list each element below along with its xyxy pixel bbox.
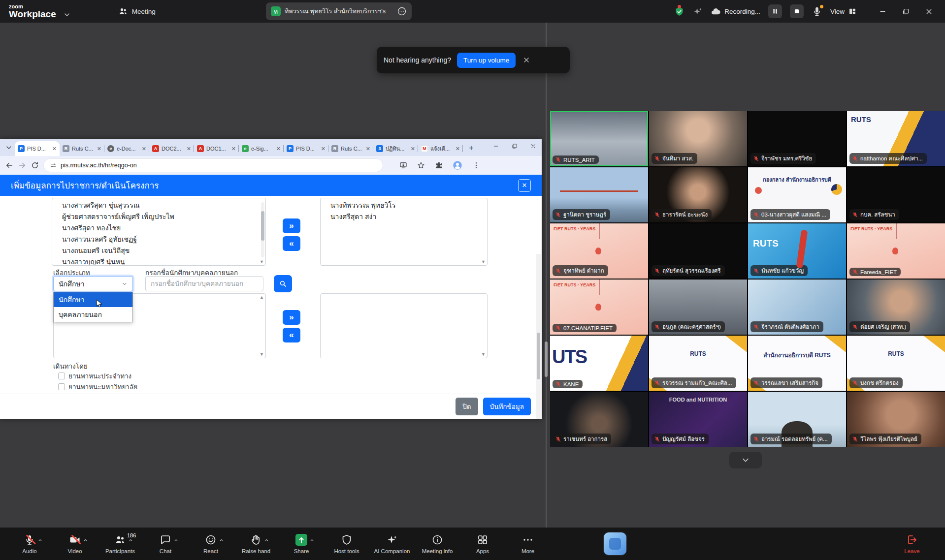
browser-tab[interactable]: DOC1... ✕ (194, 141, 239, 156)
list-item[interactable]: นางทิพวรรณ พุทธวิโร (321, 200, 487, 211)
video-tile[interactable]: กบค. สรัลชนา (847, 167, 945, 222)
video-tile[interactable]: อารมณ์ รอดลอยทรัพย์ (ค... (748, 392, 846, 447)
install-icon[interactable] (399, 161, 408, 170)
video-tile[interactable]: ธารารัตน์ อะฆะนัง (649, 167, 747, 222)
video-tile[interactable]: ฐานิตดา ชูราษฎร์ (550, 167, 648, 222)
modal-close-button[interactable]: ✕ (518, 179, 531, 192)
student-selected-listbox[interactable]: ▼ (320, 293, 488, 358)
bookmark-star-icon[interactable] (417, 161, 425, 170)
caret-up-icon[interactable] (264, 537, 269, 543)
toolbar-item[interactable]: AI Companion (369, 529, 415, 559)
divider-handle[interactable] (545, 342, 548, 377)
video-tile[interactable]: RUTS นันทชัย แก้วขวัญ (748, 223, 846, 279)
list-item[interactable]: นางถนอมศรี เจนวิถีสุข (52, 245, 265, 256)
toolbar-item[interactable]: Apps (460, 529, 505, 559)
browser-close-button[interactable] (530, 143, 537, 150)
dropdown-option[interactable]: นักศึกษา (54, 292, 132, 307)
video-tile[interactable]: สำนักงานอธิการบดี RUTS วรรณเลขา เสริมสาร… (748, 336, 846, 391)
video-tile[interactable]: UTS KANE (550, 336, 648, 391)
turn-up-volume-button[interactable]: Turn up volume (457, 53, 516, 68)
list-item[interactable]: ผู้ช่วยศาสตราจารย์เพ็ญศรี เพ็ญประไพ (52, 211, 265, 222)
browser-tab[interactable]: ปฏิทิน... ✕ (373, 141, 418, 156)
tab-close-icon[interactable]: ✕ (52, 146, 57, 152)
toolbar-item[interactable]: More (505, 529, 551, 559)
video-tile[interactable]: วิไลพร ฟุ้งเกียรติไพบูลย์ (847, 392, 945, 447)
browser-tab[interactable]: Ruts C... ✕ (60, 141, 104, 156)
list-item[interactable]: นางศรีสุดา ทองไชย (52, 222, 265, 234)
video-tile[interactable]: จิราพัชร มทร.ศรีวิชัย (748, 111, 846, 166)
close-window-button[interactable] (925, 7, 933, 16)
search-name-input[interactable] (145, 276, 263, 291)
tab-meeting[interactable]: Meeting (118, 6, 156, 16)
video-tile[interactable]: FIET RUTS · YEARS จุฑาทิพย์ ดำมาก (550, 223, 648, 279)
browser-maximize-button[interactable] (511, 143, 518, 150)
list-item[interactable]: นางสาวศรีสุดา ชุ่นสุวรรณ (52, 200, 265, 211)
caret-up-icon[interactable] (128, 537, 133, 543)
caret-up-icon[interactable] (309, 537, 315, 543)
video-tile[interactable]: ราเชนทร์ อาการส (550, 392, 648, 447)
tab-close-icon[interactable]: ✕ (142, 146, 146, 152)
tab-search-icon[interactable] (5, 144, 13, 152)
tab-close-icon[interactable]: ✕ (411, 146, 415, 152)
scroll-down-icon[interactable]: ▼ (481, 259, 486, 264)
browser-tab[interactable]: e-Doc... ✕ (104, 141, 149, 156)
page-scrollbar[interactable] (536, 254, 541, 419)
leave-button[interactable]: Leave (894, 529, 930, 559)
browser-menu-icon[interactable] (472, 161, 481, 170)
video-tile[interactable]: อนุกูล (คณะครุศาสตร์ฯ) (649, 280, 747, 335)
list-item[interactable]: นางศรีสุดา สง่า (321, 211, 487, 222)
site-info-icon[interactable] (50, 162, 57, 169)
video-tile[interactable]: FIET RUTS · YEARS 07.CHANATIP.FIET (550, 280, 648, 335)
video-tile[interactable]: FIET RUTS · YEARS Fareeda_FIET (847, 223, 945, 279)
travel-checkbox[interactable] (58, 383, 65, 390)
type-select[interactable]: นักศึกษา (53, 276, 133, 291)
video-tile[interactable]: ต่อยศ เจริญ (สวท.) (847, 280, 945, 335)
caret-up-icon[interactable] (173, 537, 179, 543)
caret-up-icon[interactable] (219, 537, 224, 543)
profile-avatar[interactable] (452, 160, 463, 171)
move-right-button[interactable]: » (283, 218, 300, 233)
tab-close-icon[interactable]: ✕ (456, 146, 460, 152)
move-right-button[interactable]: » (283, 310, 300, 325)
ai-sparkle-icon[interactable] (692, 6, 703, 17)
browser-minimize-button[interactable] (492, 143, 499, 150)
scroll-down-icon[interactable]: ▼ (260, 259, 264, 264)
browser-tab[interactable]: PIS D... ✕ (284, 141, 328, 156)
video-tile[interactable]: กองกลาง สำนักงานอธิการบดี 03-นางสาวผุสดี… (748, 167, 846, 222)
search-button[interactable] (274, 275, 292, 292)
caret-up-icon[interactable] (37, 537, 43, 543)
browser-tab[interactable]: PIS D... ✕ (15, 141, 60, 156)
maximize-button[interactable] (902, 7, 910, 16)
browser-tab[interactable]: แจ้งเตื... ✕ (418, 141, 463, 156)
scroll-down-icon[interactable]: ▼ (481, 352, 486, 357)
minimize-button[interactable] (879, 7, 887, 16)
toolbar-item[interactable]: Video (52, 529, 98, 559)
view-button[interactable]: View (830, 7, 857, 16)
video-tile[interactable]: จิราภรณ์ ตันติพงศ์อาภา (748, 280, 846, 335)
toolbar-item[interactable]: Chat (143, 529, 188, 559)
toolbar-item[interactable]: Meeting info (415, 529, 460, 559)
move-left-button[interactable]: « (283, 328, 300, 342)
back-button[interactable] (5, 161, 14, 170)
list-item[interactable]: นางสาวนวลศรี อุทัยเชฏฐ์ (52, 234, 265, 245)
video-tile[interactable]: จันทิมา สวส. (649, 111, 747, 166)
tab-close-icon[interactable]: ✕ (366, 146, 370, 152)
save-data-button[interactable]: บันทึกข้อมูล (483, 398, 531, 415)
toolbar-item[interactable]: Audio (7, 529, 52, 559)
tab-close-icon[interactable]: ✕ (321, 146, 326, 152)
caret-up-icon[interactable] (83, 537, 88, 543)
browser-tab[interactable]: DOC2... ✕ (149, 141, 194, 156)
video-tile[interactable]: ฤทัยรัตน์ สุวรรณเรืองศรี (649, 223, 747, 279)
dropdown-option[interactable]: บุคคลภายนอก (54, 307, 132, 322)
tab-close-icon[interactable]: ✕ (97, 146, 101, 152)
forward-button[interactable] (18, 161, 27, 170)
scroll-up-icon[interactable]: ▲ (260, 295, 264, 300)
address-bar[interactable]: pis.rmutsv.ac.th/hr/reqgo-on (43, 158, 383, 172)
scroll-down-icon[interactable]: ▼ (260, 352, 264, 357)
stop-recording-button[interactable] (790, 4, 804, 18)
available-names-listbox[interactable]: นางสาวศรีสุดา ชุ่นสุวรรณ ผู้ช่วยศาสตราจา… (52, 198, 266, 266)
toolbar-item[interactable]: 186 Participants (98, 529, 143, 559)
tab-close-icon[interactable]: ✕ (276, 146, 281, 152)
session-more-icon[interactable] (397, 6, 407, 16)
pause-recording-button[interactable] (768, 4, 782, 18)
